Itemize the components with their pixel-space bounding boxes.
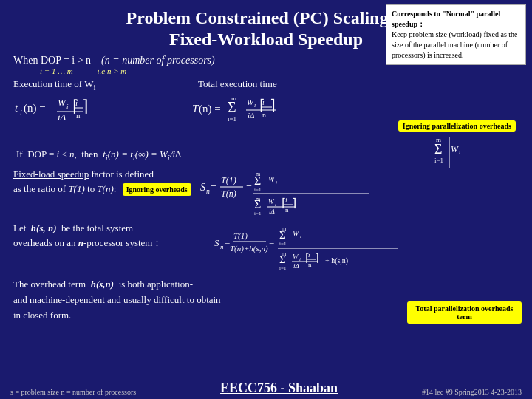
svg-text:i: i: [459, 149, 460, 156]
svg-text:i=1: i=1: [279, 265, 287, 271]
svg-text:iΔ: iΔ: [269, 208, 275, 215]
total-execution-formula-svg: T (n) = m Σ i=1 W i iΔ ⌈ i n ⌉: [191, 90, 309, 138]
svg-text:S: S: [200, 182, 205, 193]
svg-text:W: W: [451, 144, 459, 154]
callout-title: Corresponds to "Normal" parallel speedup…: [392, 9, 520, 30]
if-dop-line: If DOP = i < n, then ti(n) = ti(∞) = Wi/…: [16, 149, 181, 162]
total-execution-label: Total execution time: [198, 78, 309, 90]
if-dop-section: If DOP = i < n, then ti(n) = ti(∞) = Wi/…: [13, 143, 522, 162]
svg-text:⌉: ⌉: [315, 252, 319, 264]
svg-text:Σ: Σ: [434, 142, 442, 157]
svg-text:iΔ: iΔ: [58, 112, 66, 123]
svg-text:W: W: [268, 198, 275, 205]
when-dop-italic: (n = number of processors): [101, 55, 215, 66]
svg-text:i=1: i=1: [434, 157, 443, 164]
svg-text:T(n): T(n): [221, 188, 236, 199]
slide-container: Problem Constrained (PC) Scaling： Fixed-…: [0, 0, 532, 399]
footer-right: #14 lec #9 Spring2013 4-23-2013: [422, 388, 522, 396]
svg-text:T(n)+h(s,n): T(n)+h(s,n): [230, 244, 268, 253]
callout-body: Keep problem size (workload) fixed as th…: [392, 30, 520, 61]
svg-text:+ h(s,n): + h(s,n): [325, 256, 348, 265]
ignoring-sum-formula-svg: m Σ i=1 W i: [434, 132, 516, 174]
eecc-title: EECC756 - Shaaban: [220, 381, 338, 396]
svg-text:Σ: Σ: [228, 99, 236, 115]
svg-text:i=1: i=1: [254, 187, 262, 193]
overhead-text: The overhead term h(s,n) is both applica…: [13, 277, 221, 323]
svg-text:=: =: [246, 182, 252, 193]
fixed-load-ratio: as the ratio of T(1) to T(n):: [13, 183, 116, 194]
fixed-load-desc: factor is defined: [91, 168, 153, 180]
svg-text:=: =: [269, 237, 274, 248]
svg-text:n: n: [285, 206, 289, 214]
sn-overhead-formula-svg: S n = T(1) T(n)+h(s,n) = m Σ i=1 W i m Σ…: [213, 221, 427, 271]
callout-box: Corresponds to "Normal" parallel speedup…: [386, 4, 526, 65]
svg-text:Σ: Σ: [279, 253, 286, 265]
ignoring-overheads-badge: Ignoring overheads: [123, 183, 191, 196]
svg-text:T(1): T(1): [233, 231, 248, 241]
svg-text:⌉: ⌉: [292, 197, 296, 209]
svg-text:i=1: i=1: [228, 115, 236, 123]
svg-text:t: t: [15, 102, 18, 114]
fixed-load-underline: Fixed-load speedup: [13, 168, 89, 180]
svg-text:i: i: [254, 102, 256, 109]
svg-text:i: i: [20, 109, 22, 117]
svg-text:n: n: [262, 111, 266, 119]
svg-text:i: i: [285, 197, 287, 204]
svg-text:i=1: i=1: [279, 241, 287, 247]
svg-text:W: W: [58, 97, 66, 108]
overhead-section: The overhead term h(s,n) is both applica…: [13, 277, 522, 323]
sn-formula-svg: S n = T(1) T(n) = m Σ i=1 W i m Σ i=1 W …: [199, 167, 391, 215]
svg-text:W: W: [293, 253, 299, 260]
svg-text:iΔ: iΔ: [248, 111, 255, 120]
svg-text:S: S: [214, 237, 219, 248]
svg-text:n: n: [206, 187, 210, 195]
when-dop-label: When DOP = i > n: [13, 55, 91, 66]
svg-text:⌉: ⌉: [82, 97, 89, 115]
svg-text:Σ: Σ: [254, 198, 261, 211]
svg-text:T(1): T(1): [221, 175, 236, 185]
footer-left: s = problem size n = number of processor…: [10, 388, 136, 396]
footer-row: s = problem size n = number of processor…: [0, 381, 532, 396]
svg-text:W: W: [293, 229, 300, 237]
svg-text:i: i: [300, 233, 301, 239]
svg-text:n: n: [76, 111, 81, 120]
svg-text:Σ: Σ: [254, 174, 261, 187]
ignoring-parallelization-section: Ignoring parallelization overheads m Σ i…: [398, 120, 516, 174]
sub-note-n: i.e n > m: [97, 66, 126, 75]
svg-text:i: i: [276, 180, 277, 185]
let-text: Let h(s, n) be the total system overhead…: [13, 221, 205, 250]
ignoring-parallelization-badge: Ignoring parallelization overheads: [398, 120, 516, 132]
total-parallelization-box: Total parallelization overheads term: [407, 301, 522, 324]
fixed-load-text: Fixed-load speedup factor is defined as …: [13, 167, 191, 196]
sub-note-i: i = 1 … m: [40, 66, 73, 75]
svg-text:i=1: i=1: [254, 211, 262, 215]
svg-text:i: i: [75, 98, 78, 107]
svg-text:(n) =: (n) =: [24, 102, 46, 115]
svg-text:n: n: [220, 243, 224, 250]
svg-text:W: W: [268, 175, 276, 183]
svg-text:n: n: [308, 261, 312, 268]
svg-text:Σ: Σ: [279, 229, 286, 241]
wi-formula-svg: t i (n) = W i iΔ ⌈ i n ⌉: [13, 91, 95, 132]
svg-text:⌉: ⌉: [270, 97, 276, 113]
execution-label: Execution time of Wi: [13, 78, 161, 92]
svg-text:i: i: [308, 251, 310, 259]
svg-text:iΔ: iΔ: [293, 262, 299, 270]
let-section: Let h(s, n) be the total system overhead…: [13, 221, 522, 271]
fixed-load-section: Fixed-load speedup factor is defined as …: [13, 167, 522, 215]
svg-text:W: W: [247, 98, 254, 106]
svg-text:(n) =: (n) =: [199, 103, 221, 115]
svg-text:i: i: [66, 103, 69, 110]
svg-text:i: i: [262, 98, 265, 106]
sub-note-row: i = 1 … m i.e n > m: [40, 66, 522, 75]
svg-text:=: =: [211, 182, 216, 193]
